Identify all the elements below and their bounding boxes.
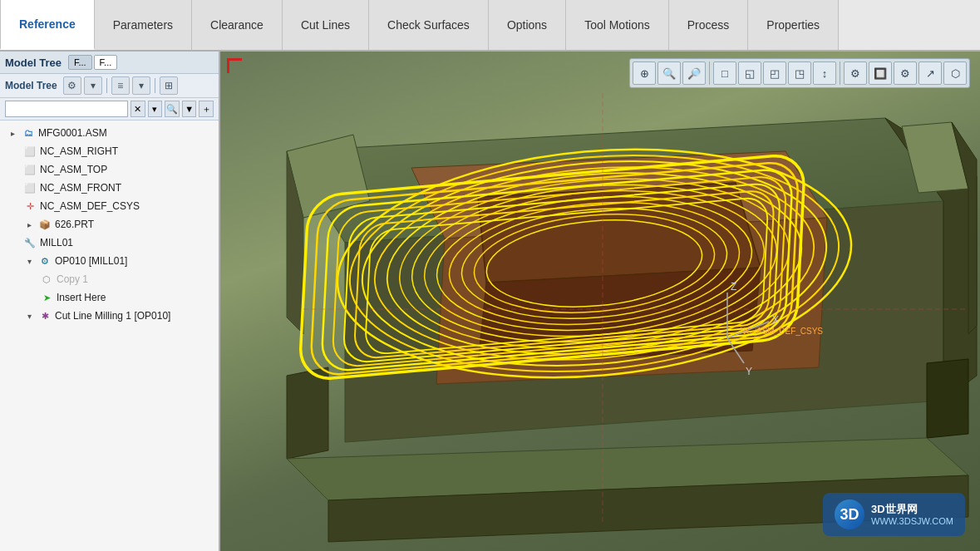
tree-settings-dropdown[interactable]: ▾ bbox=[84, 76, 102, 95]
search-go-button[interactable]: 🔍 bbox=[165, 101, 180, 117]
watermark-site-name: 3D世界网 bbox=[871, 503, 953, 517]
tree-label-copy1: Copy 1 bbox=[57, 273, 88, 285]
model-display-button[interactable]: 🔲 bbox=[869, 61, 892, 85]
tab-parameters[interactable]: Parameters bbox=[95, 0, 192, 50]
tree-label-mill01: MILL01 bbox=[40, 237, 73, 248]
search-clear-button[interactable]: ✕ bbox=[131, 101, 145, 117]
svg-marker-7 bbox=[287, 367, 328, 459]
svg-marker-8 bbox=[927, 359, 968, 438]
watermark: 3D 3D世界网 WWW.3DSJW.COM bbox=[823, 493, 965, 536]
viewport-separator-1 bbox=[709, 61, 710, 85]
view-shade-button[interactable]: ◰ bbox=[763, 61, 786, 85]
tree-item-mill01[interactable]: 🔧 MILL01 bbox=[0, 234, 219, 252]
tab-cut-lines[interactable]: Cut Lines bbox=[283, 0, 369, 50]
more-button[interactable]: ⬡ bbox=[943, 61, 967, 85]
tree-item-op010[interactable]: ▾ ⚙ OP010 [MILL01] bbox=[0, 252, 219, 270]
tree-icon-top: ⬜ bbox=[23, 163, 37, 176]
left-panel: Model Tree F... F... Model Tree ⚙ ▾ ≡ ▾ … bbox=[0, 52, 220, 551]
tab-process[interactable]: Process bbox=[669, 0, 749, 50]
tree-item-mfg[interactable]: ▸ 🗂 MFG0001.ASM bbox=[0, 124, 219, 142]
tree-item-front[interactable]: ⬜ NC_ASM_FRONT bbox=[0, 179, 219, 197]
main-layout: Model Tree F... F... Model Tree ⚙ ▾ ≡ ▾ … bbox=[0, 52, 980, 551]
watermark-icon: 3D bbox=[835, 499, 864, 529]
tree-icon-op010: ⚙ bbox=[38, 254, 52, 268]
tree-list-dropdown[interactable]: ▾ bbox=[132, 76, 150, 95]
viewport[interactable]: Z X Y NC_ASM_DEF_CSYS ⊕ 🔍 🔎 □ ◱ ◰ bbox=[220, 52, 980, 551]
tree-icon-mfg: 🗂 bbox=[22, 126, 35, 140]
view-shade2-button[interactable]: ◳ bbox=[788, 61, 811, 85]
tree-item-right[interactable]: ⬜ NC_ASM_RIGHT bbox=[0, 142, 219, 160]
tree-grid-button[interactable]: ⊞ bbox=[160, 76, 178, 95]
tab-reference[interactable]: Reference bbox=[0, 0, 95, 50]
tab-tool-motions[interactable]: Tool Motions bbox=[566, 0, 669, 50]
tree-icon-right: ⬜ bbox=[23, 145, 37, 158]
tree-label-insert: Insert Here bbox=[57, 292, 106, 303]
tree-toolbar-label: Model Tree bbox=[5, 80, 57, 91]
tree-label-nc: Cut Line Milling 1 [OP010] bbox=[55, 310, 170, 322]
tree-content: ▸ 🗂 MFG0001.ASM ⬜ NC_ASM_RIGHT ⬜ NC_ASM_… bbox=[0, 121, 219, 551]
tree-icon-csys: ✛ bbox=[23, 199, 37, 213]
tree-label-top: NC_ASM_TOP bbox=[40, 164, 107, 175]
toolbar-separator-2 bbox=[155, 78, 155, 93]
tree-icon-insert: ➤ bbox=[40, 291, 53, 304]
header-tabs: F... F... bbox=[68, 55, 117, 70]
tree-item-nc[interactable]: ▾ ✱ Cut Line Milling 1 [OP010] bbox=[0, 307, 219, 325]
tree-expand-op010[interactable]: ▾ bbox=[23, 255, 35, 267]
panel-title: Model Tree bbox=[5, 57, 62, 69]
search-input[interactable] bbox=[5, 101, 128, 117]
watermark-url: WWW.3DSJW.COM bbox=[871, 516, 953, 526]
tree-item-copy1[interactable]: ⬡ Copy 1 bbox=[0, 270, 219, 288]
tab-clearance[interactable]: Clearance bbox=[192, 0, 283, 50]
tree-label-mfg: MFG0001.ASM bbox=[38, 127, 107, 139]
view-wire-button[interactable]: ◱ bbox=[738, 61, 761, 85]
view-section-button[interactable]: ↕ bbox=[813, 61, 836, 85]
tree-icon-copy1: ⬡ bbox=[40, 273, 53, 286]
search-bar: ✕ ▾ 🔍 ▼ ＋ bbox=[0, 98, 219, 121]
tree-icon-mill01: 🔧 bbox=[23, 236, 37, 249]
tree-item-insert[interactable]: ➤ Insert Here bbox=[0, 288, 219, 307]
display-settings-button[interactable]: ⚙ bbox=[844, 61, 867, 85]
layer-settings-button[interactable]: ⚙ bbox=[894, 61, 917, 85]
tree-item-csys[interactable]: ✛ NC_ASM_DEF_CSYS bbox=[0, 197, 219, 215]
view-orient-button[interactable]: □ bbox=[713, 61, 736, 85]
svg-text:NC_ASM_DEF_CSYS: NC_ASM_DEF_CSYS bbox=[740, 327, 823, 336]
tab-bar: Reference Parameters Clearance Cut Lines… bbox=[0, 0, 980, 52]
zoom-out-button[interactable]: 🔎 bbox=[682, 61, 706, 85]
svg-text:Z: Z bbox=[731, 281, 736, 293]
panel-header: Model Tree F... F... bbox=[0, 52, 219, 74]
tree-expand-mfg[interactable]: ▸ bbox=[7, 127, 18, 139]
search-dropdown-button[interactable]: ▾ bbox=[148, 101, 163, 117]
search-add-button[interactable]: ＋ bbox=[199, 101, 214, 117]
scene-svg: Z X Y NC_ASM_DEF_CSYS bbox=[220, 52, 980, 551]
tab-properties[interactable]: Properties bbox=[748, 0, 839, 50]
tab-check-surfaces[interactable]: Check Surfaces bbox=[369, 0, 489, 50]
tree-item-top[interactable]: ⬜ NC_ASM_TOP bbox=[0, 160, 219, 179]
viewport-toolbar: ⊕ 🔍 🔎 □ ◱ ◰ ◳ ↕ ⚙ 🔲 ⚙ ↗ ⬡ bbox=[629, 58, 970, 88]
tree-icon-front: ⬜ bbox=[23, 181, 37, 194]
tab-options[interactable]: Options bbox=[489, 0, 566, 50]
tree-expand-nc[interactable]: ▾ bbox=[23, 310, 35, 322]
svg-text:Y: Y bbox=[746, 366, 752, 377]
tree-label-op010: OP010 [MILL01] bbox=[55, 255, 127, 267]
tree-icon-nc: ✱ bbox=[38, 309, 52, 322]
header-tab-f1[interactable]: F... bbox=[68, 55, 92, 70]
toolbar-separator-1 bbox=[106, 78, 107, 93]
analysis-button[interactable]: ↗ bbox=[918, 61, 942, 85]
header-tab-f2[interactable]: F... bbox=[94, 55, 118, 70]
tree-label-part: 626.PRT bbox=[55, 219, 94, 230]
tree-expand-part[interactable]: ▸ bbox=[23, 219, 35, 230]
tree-item-part[interactable]: ▸ 📦 626.PRT bbox=[0, 215, 219, 234]
tree-settings-button[interactable]: ⚙ bbox=[63, 76, 81, 95]
tree-label-csys: NC_ASM_DEF_CSYS bbox=[40, 200, 140, 212]
viewport-separator-2 bbox=[840, 61, 840, 85]
watermark-text-block: 3D世界网 WWW.3DSJW.COM bbox=[871, 503, 953, 527]
tree-list-button[interactable]: ≡ bbox=[111, 76, 130, 95]
tree-icon-part: 📦 bbox=[38, 218, 52, 231]
tree-label-right: NC_ASM_RIGHT bbox=[40, 145, 118, 157]
zoom-fit-button[interactable]: ⊕ bbox=[633, 61, 656, 85]
svg-text:X: X bbox=[772, 314, 779, 326]
tree-label-front: NC_ASM_FRONT bbox=[40, 182, 121, 194]
tree-toolbar: Model Tree ⚙ ▾ ≡ ▾ ⊞ bbox=[0, 74, 219, 98]
zoom-in-button[interactable]: 🔍 bbox=[657, 61, 681, 85]
search-filter-button[interactable]: ▼ bbox=[182, 101, 197, 117]
